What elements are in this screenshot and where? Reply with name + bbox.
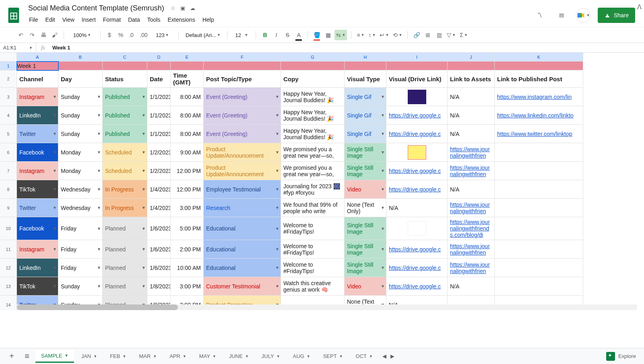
dropdown-icon[interactable]: ▼ — [97, 169, 101, 173]
dropdown-icon[interactable]: ▼ — [97, 132, 101, 136]
row-header[interactable]: 8 — [0, 180, 17, 199]
cell[interactable] — [495, 277, 583, 296]
col-header[interactable]: H — [345, 53, 386, 62]
fill-color-icon[interactable]: 🪣 — [312, 30, 322, 40]
cell[interactable]: Single Gif▼ — [345, 88, 386, 106]
cell[interactable]: https://drive.google.c — [386, 259, 448, 277]
col-header[interactable]: C — [103, 53, 147, 62]
cell[interactable]: 12:00 PM — [171, 162, 204, 180]
cell[interactable] — [495, 217, 583, 240]
col-header[interactable]: A — [17, 53, 58, 62]
dropdown-icon[interactable]: ▼ — [381, 187, 385, 191]
all-sheets-icon[interactable]: ≡ — [20, 350, 34, 363]
column-header-cell[interactable]: Status — [103, 70, 147, 88]
decrease-decimal-icon[interactable]: .0 — [127, 30, 137, 40]
cell[interactable]: LinkedIn▼ — [17, 259, 58, 277]
print-icon[interactable]: 🖶 — [39, 30, 48, 40]
column-header-cell[interactable]: Date — [147, 70, 171, 88]
cell[interactable]: https://drive.google.c — [386, 277, 448, 296]
cell[interactable]: Week 1 — [17, 62, 58, 70]
cell[interactable]: Single Still Image▼ — [345, 217, 386, 240]
menu-extensions[interactable]: Extensions — [164, 15, 198, 25]
text-rotation-icon[interactable]: ⟲▼ — [392, 30, 403, 40]
dropdown-icon[interactable]: ▼ — [142, 265, 146, 270]
dropdown-icon[interactable]: ▼ — [97, 187, 101, 191]
row-header[interactable]: 3 — [0, 88, 17, 106]
menu-data[interactable]: Data — [125, 15, 143, 25]
format-percent-icon[interactable]: % — [116, 30, 126, 40]
row-header[interactable]: 6 — [0, 143, 17, 162]
cell[interactable]: We found that 99% of people who write — [281, 199, 345, 217]
cell[interactable]: We promised you a great new year—so, — [281, 162, 345, 180]
tab-feb[interactable]: FEB ▼ — [104, 350, 132, 363]
cell[interactable]: 1/4/2023 — [147, 180, 171, 199]
cell[interactable]: We promised you a great new year—so, — [281, 143, 345, 162]
cell[interactable]: 12:00 PM — [171, 180, 204, 199]
cell[interactable]: Single Gif▼ — [345, 106, 386, 125]
dropdown-icon[interactable]: ▼ — [53, 132, 57, 136]
dropdown-icon[interactable]: ▼ — [142, 247, 146, 251]
cell[interactable]: 1/4/2023 — [147, 199, 171, 217]
cell[interactable]: TikTok▼ — [17, 180, 58, 199]
cell[interactable]: 1/8/2023 — [147, 277, 171, 296]
cell[interactable]: Educational▼ — [204, 217, 281, 240]
cell[interactable]: 1/6/2023 — [147, 217, 171, 240]
dropdown-icon[interactable]: ▼ — [97, 247, 101, 251]
cell[interactable]: TikTok▼ — [17, 277, 58, 296]
cell[interactable]: Watch this creative genius at work 🧠 — [281, 277, 345, 296]
column-header-cell[interactable]: Visual Type — [345, 70, 386, 88]
cell[interactable]: Welcome to #FridayTips! — [281, 240, 345, 259]
dropdown-icon[interactable]: ▼ — [275, 206, 279, 210]
cell[interactable]: 1/2/2023 — [147, 162, 171, 180]
dropdown-icon[interactable]: ▼ — [53, 113, 57, 117]
menu-edit[interactable]: Edit — [42, 15, 58, 25]
cell[interactable] — [147, 62, 171, 70]
insert-comment-icon[interactable]: ⊞ — [423, 30, 433, 40]
dropdown-icon[interactable]: ▼ — [275, 113, 279, 117]
move-icon[interactable]: ▣ — [180, 5, 185, 11]
cell[interactable] — [103, 62, 147, 70]
cell[interactable]: Educational▼ — [204, 240, 281, 259]
cell[interactable] — [386, 143, 448, 162]
dropdown-icon[interactable]: ▼ — [53, 206, 57, 210]
cell[interactable] — [495, 162, 583, 180]
name-box[interactable]: A1:K1▼ — [0, 43, 36, 52]
cell[interactable]: Customer Testimonial▼ — [204, 277, 281, 296]
functions-icon[interactable]: Σ▼ — [458, 30, 469, 40]
increase-decimal-icon[interactable]: .00 — [138, 30, 149, 40]
col-header[interactable]: G — [281, 53, 345, 62]
cell[interactable]: Published▼ — [103, 125, 147, 143]
cell[interactable] — [386, 217, 448, 240]
dropdown-icon[interactable]: ▼ — [142, 187, 146, 191]
cell[interactable]: N/A — [448, 88, 495, 106]
col-header[interactable]: K — [495, 53, 583, 62]
dropdown-icon[interactable]: ▼ — [53, 226, 57, 231]
cell[interactable]: 1/6/2023 — [147, 259, 171, 277]
cell[interactable]: Happy New Year, Journal Buddies! 🎉 — [281, 125, 345, 143]
filter-icon[interactable]: ▽▼ — [446, 30, 457, 40]
cell[interactable]: 1/1/2023 — [147, 125, 171, 143]
formula-input[interactable]: Week 1 — [50, 45, 644, 51]
insert-link-icon[interactable]: 🔗 — [412, 30, 421, 40]
row-header[interactable]: 12 — [0, 259, 17, 277]
cell[interactable]: https://drive.google.c — [386, 240, 448, 259]
dropdown-icon[interactable]: ▼ — [53, 284, 57, 288]
cell[interactable]: https://www.journalingwithfrien — [448, 162, 495, 180]
column-header-cell[interactable]: Copy — [281, 70, 345, 88]
cell[interactable]: N/A — [386, 199, 448, 217]
cell[interactable]: N/A — [448, 277, 495, 296]
dropdown-icon[interactable]: ▼ — [381, 284, 385, 288]
col-header[interactable]: B — [58, 53, 103, 62]
row-header[interactable]: 2 — [0, 70, 17, 88]
cell[interactable]: Educational▼ — [204, 259, 281, 277]
cell[interactable]: Video▼ — [345, 277, 386, 296]
row-header[interactable]: 5 — [0, 125, 17, 143]
cell[interactable]: https://drive.google.c — [386, 125, 448, 143]
dropdown-icon[interactable]: ▼ — [97, 265, 101, 270]
meet-icon[interactable]: ▼ — [576, 8, 590, 23]
row-header[interactable]: 9 — [0, 199, 17, 217]
dropdown-icon[interactable]: ▼ — [97, 95, 101, 99]
cell[interactable] — [448, 62, 495, 70]
dropdown-icon[interactable]: ▼ — [381, 226, 385, 231]
cell[interactable]: Scheduled▼ — [103, 162, 147, 180]
